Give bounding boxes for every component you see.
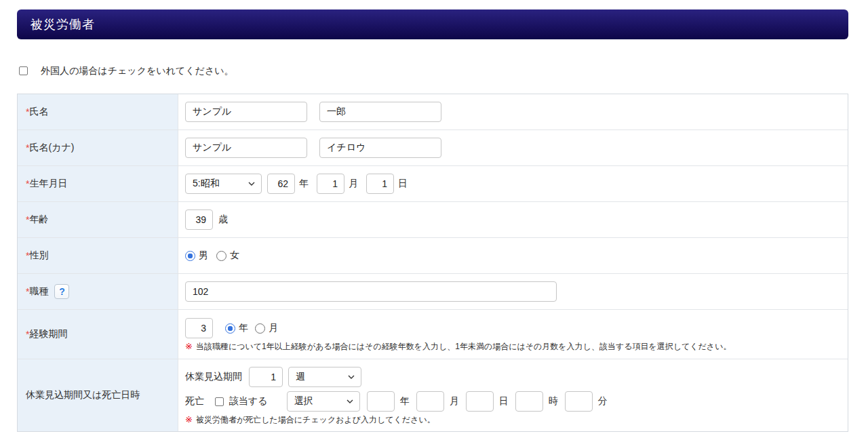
chevron-down-icon xyxy=(347,399,353,403)
gender-female-option[interactable]: 女 xyxy=(216,250,239,262)
leave-unit-select[interactable]: 週 xyxy=(288,367,361,387)
birth-day-unit: 日 xyxy=(398,178,408,190)
experience-note: ※ 当該職種について1年以上経験がある場合にはその経験年数を入力し、1年未満の場… xyxy=(185,340,731,353)
experience-month-option[interactable]: 月 xyxy=(255,322,278,334)
form-row-leave-or-death: 休業見込期間又は死亡日時 休業見込期間 週 死亡 xyxy=(18,359,848,431)
kana-last-input[interactable] xyxy=(185,138,307,158)
leave-period-input[interactable] xyxy=(249,367,283,387)
birth-month-unit: 月 xyxy=(349,178,358,190)
foreigner-checkbox[interactable] xyxy=(19,66,28,75)
occupation-help-button[interactable]: ? xyxy=(54,284,69,299)
section-title: 被災労働者 xyxy=(31,16,95,33)
birth-year-unit: 年 xyxy=(299,178,309,190)
gender-male-label: 男 xyxy=(199,250,208,262)
occupation-input[interactable] xyxy=(185,281,557,302)
death-applicable-checkbox[interactable] xyxy=(215,397,224,406)
experience-year-option[interactable]: 年 xyxy=(225,322,248,334)
kana-first-input[interactable] xyxy=(319,138,441,158)
birth-day-input[interactable] xyxy=(366,174,394,194)
foreigner-checkbox-label: 外国人の場合はチェックをいれてください。 xyxy=(41,65,234,77)
death-applicable-label: 該当する xyxy=(229,395,268,407)
gender-female-label: 女 xyxy=(230,250,239,262)
gender-male-radio[interactable] xyxy=(185,251,195,261)
page: 被災労働者 外国人の場合はチェックをいれてください。 *氏名 *氏名(カナ) xyxy=(0,0,868,432)
age-input[interactable] xyxy=(185,210,213,230)
birth-era-select[interactable]: 5:昭和 xyxy=(185,174,262,194)
injured-worker-form-table: *氏名 *氏名(カナ) *生年月日 5:昭和 xyxy=(17,94,848,432)
death-minute-input[interactable] xyxy=(565,391,593,412)
chevron-down-icon xyxy=(248,182,255,186)
death-era-selected-value: 選択 xyxy=(294,395,313,407)
death-label: 死亡 xyxy=(185,395,204,407)
death-note-text: 被災労働者が死亡した場合にチェックおよび入力してください。 xyxy=(196,414,435,426)
death-month-input[interactable] xyxy=(416,391,444,412)
age-unit: 歳 xyxy=(218,214,228,226)
experience-year-radio[interactable] xyxy=(225,323,235,334)
form-row-gender: *性別 男 女 xyxy=(18,238,848,274)
experience-month-radio[interactable] xyxy=(255,323,265,334)
death-era-select[interactable]: 選択 xyxy=(287,391,360,412)
form-row-age: *年齢 歳 xyxy=(18,202,848,238)
death-year-unit: 年 xyxy=(400,395,410,407)
name-label: 氏名 xyxy=(29,106,48,118)
death-year-input[interactable] xyxy=(367,391,395,412)
kana-label: 氏名(カナ) xyxy=(29,142,74,154)
chevron-down-icon xyxy=(348,375,355,379)
leave-unit-selected-value: 週 xyxy=(296,371,305,383)
death-hour-input[interactable] xyxy=(515,391,543,412)
death-day-input[interactable] xyxy=(466,391,494,412)
form-row-kana: *氏名(カナ) xyxy=(18,130,848,166)
experience-label: 経験期間 xyxy=(29,328,67,340)
death-applicable-option[interactable]: 該当する xyxy=(215,395,268,407)
birth-month-input[interactable] xyxy=(317,174,344,194)
gender-label: 性別 xyxy=(29,250,48,262)
gender-female-radio[interactable] xyxy=(216,251,226,261)
name-first-input[interactable] xyxy=(319,102,441,122)
death-month-unit: 月 xyxy=(450,395,459,407)
form-row-birthdate: *生年月日 5:昭和 年 月 日 xyxy=(18,166,848,202)
leave-period-line: 休業見込期間 週 xyxy=(185,367,361,387)
death-minute-unit: 分 xyxy=(598,395,608,407)
experience-month-label: 月 xyxy=(269,322,278,334)
occupation-label: 職種 xyxy=(29,285,48,298)
name-last-input[interactable] xyxy=(185,102,307,122)
birth-era-selected-value: 5:昭和 xyxy=(193,178,220,190)
note-mark: ※ xyxy=(185,414,193,426)
death-note: ※ 被災労働者が死亡した場合にチェックおよび入力してください。 xyxy=(185,414,435,426)
experience-note-text: 当該職種について1年以上経験がある場合にはその経験年数を入力し、1年未満の場合に… xyxy=(196,340,732,353)
leave-or-death-label: 休業見込期間又は死亡日時 xyxy=(26,389,140,401)
leave-period-label: 休業見込期間 xyxy=(185,371,242,383)
death-line: 死亡 該当する 選択 年 月 xyxy=(185,391,608,412)
experience-year-label: 年 xyxy=(239,322,248,334)
form-row-occupation: *職種 ? xyxy=(18,274,848,310)
experience-value-input[interactable] xyxy=(185,318,213,338)
section-header: 被災労働者 xyxy=(17,9,848,39)
foreigner-checkbox-row: 外国人の場合はチェックをいれてください。 xyxy=(17,66,851,76)
form-row-name: *氏名 xyxy=(18,94,848,130)
gender-male-option[interactable]: 男 xyxy=(185,250,208,262)
birthdate-label: 生年月日 xyxy=(29,178,67,190)
age-label: 年齢 xyxy=(29,214,48,226)
death-hour-unit: 時 xyxy=(549,395,558,407)
note-mark: ※ xyxy=(185,340,193,353)
form-row-experience: *経験期間 年 月 ※ 当該職種について1年以上経験がある場合にはそ xyxy=(18,310,848,359)
death-day-unit: 日 xyxy=(499,395,509,407)
birth-year-input[interactable] xyxy=(267,174,295,194)
